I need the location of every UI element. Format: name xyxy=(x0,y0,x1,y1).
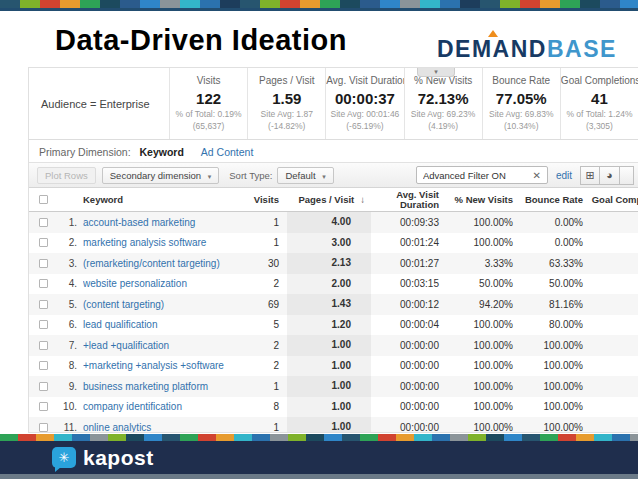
row-checkbox-cell xyxy=(29,218,57,227)
row-index: 2. xyxy=(57,237,83,248)
table-row: 10. company identification 8 1.00 00:00:… xyxy=(29,397,638,418)
row-index: 7. xyxy=(57,340,83,351)
row-checkbox[interactable] xyxy=(39,361,48,370)
row-checkbox[interactable] xyxy=(39,320,48,329)
keyword-link[interactable]: company identification xyxy=(83,401,231,412)
summary-metric: Bounce Rate 77.05% Site Avg: 69.83% (10.… xyxy=(482,68,560,139)
pages-per-visit-value: 1.00 xyxy=(287,376,371,397)
metric-subtext: Site Avg: 1.87 xyxy=(248,109,325,119)
table-row: 7. +lead +qualification 2 1.00 00:00:00 … xyxy=(29,335,638,356)
collapse-tab[interactable]: ▾ xyxy=(417,68,455,77)
pages-per-visit-value: 1.00 xyxy=(287,417,371,433)
keyword-link[interactable]: lead qualification xyxy=(83,319,231,330)
row-index: 8. xyxy=(57,360,83,371)
row-checkbox-cell xyxy=(29,361,57,370)
keyword-link[interactable]: (content targeting) xyxy=(83,299,231,310)
metric-label: Goal Completions xyxy=(561,75,638,86)
keyword-link[interactable]: +marketing +analysis +software xyxy=(83,360,231,371)
segment-label: Audience = Enterprise xyxy=(29,68,169,139)
keyword-link[interactable]: +lead +qualification xyxy=(83,340,231,351)
header-avg-visit-duration[interactable]: Avg. Visit Duration xyxy=(371,190,449,210)
new-visits-value: 100.00% xyxy=(449,217,521,228)
keyword-link[interactable]: business marketing platform xyxy=(83,381,231,392)
header-pages-per-visit[interactable]: Pages / Visit↓ xyxy=(287,194,371,205)
kapost-logo-text: kapost xyxy=(83,446,154,470)
sort-type-dropdown[interactable]: Default ▾ xyxy=(277,167,333,184)
row-index: 1. xyxy=(57,217,83,228)
table-row: 1. account-based marketing 1 4.00 00:09:… xyxy=(29,212,638,233)
new-visits-value: 50.00% xyxy=(449,278,521,289)
header-keyword[interactable]: Keyword xyxy=(83,194,231,205)
visits-value: 30 xyxy=(231,258,287,269)
row-index: 5. xyxy=(57,299,83,310)
summary-metric: Goal Completions 41 % of Total: 1.24% (3… xyxy=(560,68,638,139)
visits-value: 2 xyxy=(231,278,287,289)
select-all-checkbox[interactable] xyxy=(39,195,48,204)
close-icon[interactable]: ✕ xyxy=(530,170,542,181)
keyword-link[interactable]: online analytics xyxy=(83,422,231,433)
table-row: 2. marketing analysis software 1 3.00 00… xyxy=(29,233,638,254)
bounce-rate-value: 100.00% xyxy=(521,401,591,412)
kapost-logo-icon: ✳ xyxy=(52,447,76,468)
row-checkbox[interactable] xyxy=(39,279,48,288)
pages-per-visit-value: 4.00 xyxy=(287,212,371,233)
demandbase-logo-light: BASE xyxy=(547,36,617,62)
row-checkbox[interactable] xyxy=(39,259,48,268)
bounce-rate-value: 100.00% xyxy=(521,360,591,371)
summary-metrics: Audience = Enterprise Visits 122 % of To… xyxy=(29,68,638,140)
primary-dimension-label: Primary Dimension: xyxy=(39,146,131,158)
edit-filter-link[interactable]: edit xyxy=(556,170,572,181)
keyword-link[interactable]: marketing analysis software xyxy=(83,237,231,248)
pie-view-button[interactable]: ◕ xyxy=(600,166,620,185)
row-checkbox[interactable] xyxy=(39,300,48,309)
keyword-link[interactable]: website personalization xyxy=(83,278,231,289)
secondary-dimension-label: Secondary dimension xyxy=(110,170,201,181)
table-row: 6. lead qualification 5 1.20 00:00:04 10… xyxy=(29,315,638,336)
plot-rows-button[interactable]: Plot Rows xyxy=(37,167,96,184)
avg-visit-duration-value: 00:00:00 xyxy=(371,401,449,412)
metric-subtext: Site Avg: 69.83% xyxy=(483,109,560,119)
row-checkbox[interactable] xyxy=(39,341,48,350)
advanced-filter-value: Advanced Filter ON xyxy=(423,170,531,181)
demandbase-logo: DEMANDBASE xyxy=(437,36,617,63)
header-visits[interactable]: Visits xyxy=(231,194,287,205)
metric-value: 77.05% xyxy=(483,90,560,107)
row-checkbox-cell xyxy=(29,341,57,350)
dimension-keyword-tab[interactable]: Keyword xyxy=(140,146,184,158)
performance-view-button[interactable] xyxy=(620,166,634,185)
pages-per-visit-value: 1.00 xyxy=(287,356,371,377)
table-view-button[interactable]: ⊞ xyxy=(580,166,600,185)
demandbase-logo-dark: DEMAND xyxy=(437,36,547,62)
avg-visit-duration-value: 00:00:00 xyxy=(371,381,449,392)
header-bounce-rate[interactable]: Bounce Rate xyxy=(521,194,591,205)
table-row: 11. online analytics 1 1.00 00:00:00 100… xyxy=(29,417,638,433)
row-checkbox[interactable] xyxy=(39,402,48,411)
dimension-ad-content-tab[interactable]: Ad Content xyxy=(201,146,254,158)
row-checkbox[interactable] xyxy=(39,238,48,247)
row-checkbox[interactable] xyxy=(39,218,48,227)
sort-type-label: Sort Type: xyxy=(229,170,272,181)
metric-value: 00:00:37 xyxy=(326,90,403,107)
metric-value: 1.59 xyxy=(248,90,325,107)
bounce-rate-value: 63.33% xyxy=(521,258,591,269)
avg-visit-duration-value: 00:00:00 xyxy=(371,360,449,371)
keyword-link[interactable]: (remarketing/content targeting) xyxy=(83,258,231,269)
bounce-rate-value: 100.00% xyxy=(521,422,591,433)
new-visits-value: 100.00% xyxy=(449,381,521,392)
keyword-link[interactable]: account-based marketing xyxy=(83,217,231,228)
pages-per-visit-value: 3.00 xyxy=(287,233,371,254)
header-new-visits[interactable]: % New Visits xyxy=(449,194,521,205)
pages-per-visit-value: 1.00 xyxy=(287,397,371,418)
row-index: 6. xyxy=(57,319,83,330)
bounce-rate-value: 50.00% xyxy=(521,278,591,289)
row-checkbox-cell xyxy=(29,402,57,411)
advanced-filter-input[interactable]: Advanced Filter ON ✕ xyxy=(416,166,548,184)
row-index: 9. xyxy=(57,381,83,392)
pages-per-visit-value: 2.13 xyxy=(287,253,371,274)
header-goal-completions[interactable]: Goal Completions xyxy=(591,195,638,205)
summary-metric: Pages / Visit 1.59 Site Avg: 1.87 (-14.8… xyxy=(247,68,325,139)
row-checkbox[interactable] xyxy=(39,423,48,432)
secondary-dimension-dropdown[interactable]: Secondary dimension ▾ xyxy=(102,167,220,184)
bounce-rate-value: 100.00% xyxy=(521,340,591,351)
row-checkbox[interactable] xyxy=(39,382,48,391)
